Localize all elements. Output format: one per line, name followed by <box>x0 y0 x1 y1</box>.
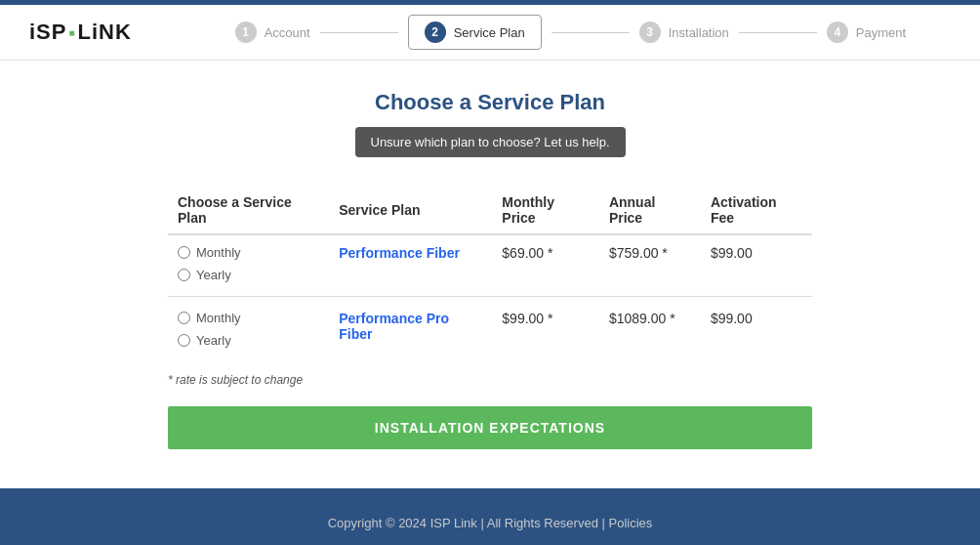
logo-isp: iSP <box>29 20 66 45</box>
help-button[interactable]: Unsure which plan to choose? Let us help… <box>355 127 626 157</box>
plan-1-radios: Monthly Yearly <box>168 234 329 297</box>
footer-policies-link[interactable]: Policies <box>609 516 653 530</box>
page-title: Choose a Service Plan <box>168 90 812 115</box>
table-row: Monthly Yearly Performance Fiber $69.00 … <box>168 234 812 297</box>
col-activation-fee: Activation Fee <box>701 187 812 234</box>
stepper: 1 Account 2 Service Plan 3 Installation … <box>190 15 951 50</box>
step-2-label: Service Plan <box>454 25 525 40</box>
footer: Copyright © 2024 ISP Link | All Rights R… <box>0 488 980 545</box>
radio-monthly-2[interactable]: Monthly <box>178 311 319 325</box>
col-annual-price: Annual Price <box>599 187 701 234</box>
radio-input-yearly-1[interactable] <box>178 269 190 281</box>
plan-1-monthly-price: $69.00 * <box>492 234 599 297</box>
radio-yearly-1[interactable]: Yearly <box>178 268 319 282</box>
table-header-row: Choose a Service Plan Service Plan Month… <box>168 187 812 234</box>
step-1-label: Account <box>265 25 310 40</box>
plan-1-annual-price: $759.00 * <box>599 234 701 297</box>
main-content: Choose a Service Plan Unsure which plan … <box>148 61 832 488</box>
step-divider-2 <box>551 32 630 33</box>
step-4-number: 4 <box>827 21 848 43</box>
plan-table: Choose a Service Plan Service Plan Month… <box>168 187 812 357</box>
logo-link: LiNK <box>78 20 132 45</box>
col-monthly-price: Monthly Price <box>492 187 599 234</box>
plan-2-monthly-price: $99.00 * <box>492 297 599 358</box>
radio-input-monthly-2[interactable] <box>178 312 190 324</box>
plan-1-name-cell: Performance Fiber <box>329 234 492 297</box>
installation-expectations-button[interactable]: INSTALLATION EXPECTATIONS <box>168 406 812 449</box>
step-divider-3 <box>739 32 817 33</box>
step-2: 2 Service Plan <box>408 15 542 50</box>
step-3: 3 Installation <box>639 21 729 43</box>
radio-yearly-2[interactable]: Yearly <box>178 333 319 348</box>
plan-2-name-cell: Performance Pro Fiber <box>329 297 492 358</box>
logo: iSP■LiNK <box>29 20 132 45</box>
logo-dot: ■ <box>68 27 75 38</box>
rate-note: * rate is subject to change <box>168 373 812 387</box>
plan-1-activation-fee: $99.00 <box>701 234 812 297</box>
plan-2-annual-price: $1089.00 * <box>599 297 701 358</box>
plan-2-activation-fee: $99.00 <box>701 297 812 358</box>
step-4-label: Payment <box>856 25 906 40</box>
radio-input-monthly-1[interactable] <box>178 246 190 259</box>
step-4: 4 Payment <box>827 21 906 43</box>
step-divider-1 <box>320 32 398 33</box>
radio-input-yearly-2[interactable] <box>178 334 190 347</box>
footer-text: Copyright © 2024 ISP Link | All Rights R… <box>328 516 605 530</box>
plan-2-name-link[interactable]: Performance Pro Fiber <box>339 311 449 342</box>
table-row: Monthly Yearly Performance Pro Fiber $99… <box>168 297 812 358</box>
plan-1-name-link[interactable]: Performance Fiber <box>339 245 460 261</box>
col-service-plan: Service Plan <box>329 187 492 234</box>
step-3-label: Installation <box>669 25 729 40</box>
plan-2-radios: Monthly Yearly <box>168 297 329 358</box>
radio-group-2: Monthly Yearly <box>178 311 319 348</box>
step-2-number: 2 <box>425 21 446 43</box>
step-3-number: 3 <box>639 21 661 43</box>
col-choose: Choose a Service Plan <box>168 187 329 234</box>
step-1: 1 Account <box>235 21 310 43</box>
radio-monthly-1[interactable]: Monthly <box>178 245 319 260</box>
header: iSP■LiNK 1 Account 2 Service Plan 3 Inst… <box>0 5 980 61</box>
radio-group-1: Monthly Yearly <box>178 245 319 282</box>
step-1-number: 1 <box>235 21 257 43</box>
